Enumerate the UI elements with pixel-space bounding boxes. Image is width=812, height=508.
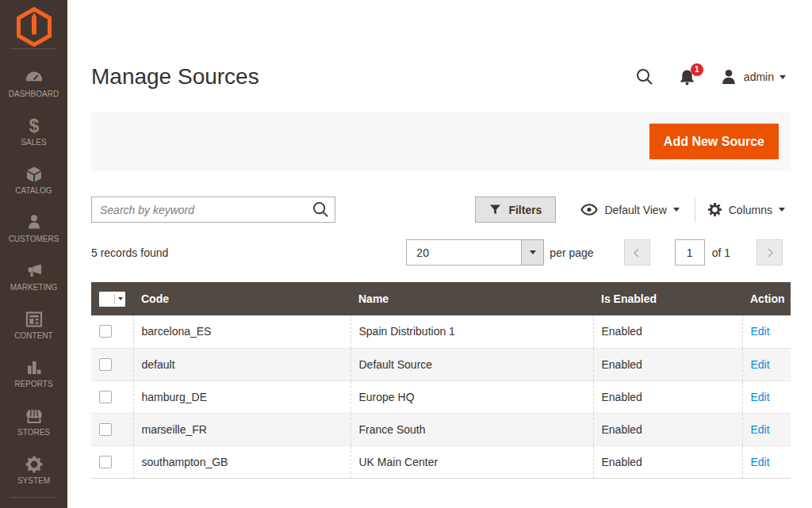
global-search-icon[interactable] [636,68,653,86]
listing-info-row: 5 records found 20 per page of 1 [91,239,791,265]
filters-button[interactable]: Filters [475,197,556,223]
sidebar-item-system[interactable]: SYSTEM [0,445,67,494]
sidebar-item-sales[interactable]: $ SALES [0,107,67,155]
edit-link[interactable]: Edit [751,358,770,371]
system-icon [25,455,44,474]
sidebar-item-marketing[interactable]: MARKETING [0,252,67,300]
user-icon [721,69,737,85]
column-header-action[interactable]: Action [742,282,791,315]
current-page-input[interactable] [675,239,705,265]
chevron-left-icon [630,246,644,260]
stores-icon [25,407,44,426]
view-selector[interactable]: Default View [580,204,679,216]
edit-link[interactable]: Edit [751,456,770,468]
chevron-down-icon [779,208,785,212]
columns-selector[interactable]: Columns [707,202,785,217]
sidebar-item-label: REPORTS [14,380,52,388]
previous-page-button[interactable] [624,239,650,265]
svg-text:$: $ [29,116,39,136]
sidebar-item-label: SYSTEM [17,476,50,485]
sidebar-item-content[interactable]: CONTENT [0,300,67,349]
sidebar-item-label: MARKETING [10,283,57,292]
dashboard-icon [25,68,44,87]
row-checkbox[interactable] [99,456,112,468]
chevron-right-icon [763,246,777,260]
cell-code: marseille_FR [133,413,350,445]
column-header-is-enabled[interactable]: Is Enabled [593,282,742,315]
edit-link[interactable]: Edit [751,325,770,338]
listing-toolbar: Filters Default View [91,197,791,223]
cell-is-enabled: Enabled [593,315,742,348]
sidebar: DASHBOARD $ SALES CATALOG CUSTOMERS MARK… [0,0,67,508]
cell-name: France South [350,413,593,445]
select-all-dropdown[interactable] [114,294,125,304]
sidebar-item-label: CATALOG [15,186,52,195]
cell-name: Default Source [350,348,593,380]
filter-icon [489,204,501,216]
sidebar-item-stores[interactable]: STORES [0,397,67,445]
sidebar-nav: DASHBOARD $ SALES CATALOG CUSTOMERS MARK… [0,49,67,494]
sales-icon: $ [25,116,44,136]
records-count: 5 records found [91,246,168,259]
edit-link[interactable]: Edit [751,423,770,436]
select-all-control[interactable] [99,292,125,307]
notifications-bell[interactable]: 1 [679,69,695,86]
search-input[interactable] [91,197,335,223]
row-checkbox[interactable] [99,391,112,403]
columns-label: Columns [729,204,772,216]
magento-logo[interactable] [0,0,67,48]
cell-name: Europe HQ [350,380,593,413]
column-header-name[interactable]: Name [350,282,593,315]
table-row: barcelona_ES Spain Distribution 1 Enable… [91,315,791,348]
cell-is-enabled: Enabled [593,380,742,413]
row-checkbox[interactable] [99,325,112,338]
gear-icon [707,202,722,217]
sidebar-item-customers[interactable]: CUSTOMERS [0,204,67,252]
table-row: hamburg_DE Europe HQ Enabled Edit [91,380,791,413]
notification-badge: 1 [691,63,703,76]
cell-is-enabled: Enabled [593,348,742,380]
sidebar-item-label: CONTENT [14,331,52,340]
add-new-source-button[interactable]: Add New Source [649,124,779,159]
pagination-controls: 20 per page of 1 [406,239,783,265]
chevron-down-icon [673,208,680,212]
sidebar-item-reports[interactable]: REPORTS [0,349,67,397]
chevron-down-icon [530,250,536,254]
page-title: Manage Sources [91,64,259,90]
row-checkbox[interactable] [99,423,112,436]
cell-code: barcelona_ES [133,315,350,348]
marketing-icon [25,262,44,281]
cell-is-enabled: Enabled [593,445,742,478]
page-size-select[interactable]: 20 [406,239,544,265]
row-checkbox[interactable] [99,358,112,371]
content-icon [25,310,44,329]
edit-link[interactable]: Edit [751,391,770,403]
sidebar-item-dashboard[interactable]: DASHBOARD [0,59,67,107]
eye-icon [580,204,598,216]
cell-is-enabled: Enabled [593,413,742,445]
user-menu[interactable]: admin [721,69,786,85]
sidebar-bottom-divider [10,497,57,498]
next-page-button[interactable] [756,239,783,265]
table-header-row: Code Name Is Enabled Action [91,282,791,315]
per-page-label: per page [550,246,593,259]
table-row: default Default Source Enabled Edit [91,348,791,380]
catalog-icon [25,165,44,184]
customers-icon [25,213,44,232]
main-content: Manage Sources 1 admin Add New Source [67,0,812,479]
search-submit-button[interactable] [312,201,329,220]
select-dropdown-button[interactable] [521,240,543,265]
total-pages-label: of 1 [712,246,730,259]
column-header-code[interactable]: Code [133,282,350,315]
view-label: Default View [604,204,666,216]
chevron-down-icon [779,75,786,79]
cell-code: hamburg_DE [133,380,350,413]
cell-name: Spain Distribution 1 [350,315,593,348]
cell-code: default [133,348,350,380]
sidebar-item-catalog[interactable]: CATALOG [0,155,67,204]
toolbar-controls: Filters Default View [475,197,791,223]
cell-name: UK Main Center [350,445,593,478]
user-name: admin [744,71,774,83]
chevron-down-icon [118,297,123,300]
sidebar-item-label: STORES [17,428,50,437]
